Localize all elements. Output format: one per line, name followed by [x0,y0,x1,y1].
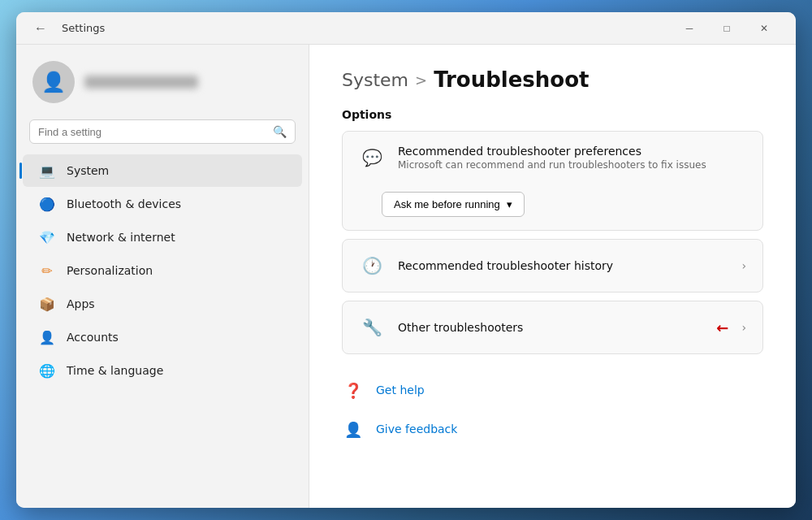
history-icon: 🕐 [359,253,385,279]
sidebar-item-time[interactable]: 🌐 Time & language [23,354,302,387]
maximize-button[interactable]: □ [708,15,745,41]
chevron-right-icon: › [741,321,746,334]
card-row-recommended-history[interactable]: 🕐 Recommended troubleshooter history › [343,240,762,292]
main-content: 👤 🔍 💻 System 🔵 Bluetooth & devices [16,45,796,508]
card-row-recommended-prefs[interactable]: 💬 Recommended troubleshooter preferences… [343,132,762,184]
card-subtitle: Microsoft can recommend and run troubles… [398,159,746,171]
breadcrumb: System > Troubleshoot [342,67,763,92]
section-title: Options [342,108,763,121]
avatar: 👤 [32,61,75,103]
time-icon: 🌐 [39,362,55,379]
sidebar-item-accounts[interactable]: 👤 Accounts [23,321,302,353]
sidebar: 👤 🔍 💻 System 🔵 Bluetooth & devices [16,45,309,508]
card-other-troubleshooters: 🔧 Other troubleshooters ← › [342,301,763,354]
sidebar-item-label: Accounts [67,331,119,344]
sidebar-item-label: Apps [67,297,95,310]
apps-icon: 📦 [39,296,55,312]
card-title: Other troubleshooters [398,321,703,334]
window-controls: ─ □ ✕ [671,15,783,41]
sidebar-item-label: Time & language [67,364,163,377]
settings-window: ← Settings ─ □ ✕ 👤 🔍 [16,12,796,508]
close-button[interactable]: ✕ [745,15,783,41]
give-feedback-label: Give feedback [376,422,457,436]
get-help-link[interactable]: ❓ Get help [342,370,763,410]
sidebar-nav: 💻 System 🔵 Bluetooth & devices 💎 Network… [16,154,309,388]
sidebar-item-label: Bluetooth & devices [67,197,181,210]
user-name [84,76,198,89]
sidebar-item-bluetooth[interactable]: 🔵 Bluetooth & devices [23,188,302,220]
personalization-icon: ✏️ [39,262,55,279]
chat-icon: 💬 [359,145,385,171]
bottom-links: ❓ Get help 👤 Give feedback [342,370,763,448]
sidebar-item-network[interactable]: 💎 Network & internet [23,221,302,254]
avatar-icon: 👤 [41,71,66,93]
troubleshooter-dropdown[interactable]: Ask me before running ▾ [382,192,525,217]
minimize-button[interactable]: ─ [671,15,708,41]
search-input[interactable] [38,126,266,138]
system-icon: 💻 [39,162,55,179]
bluetooth-icon: 🔵 [39,196,55,212]
card-title: Recommended troubleshooter preferences [398,145,746,158]
card-text-recommended-history: Recommended troubleshooter history [398,259,728,272]
sidebar-item-label: System [67,164,109,177]
dropdown-label: Ask me before running [394,198,500,210]
breadcrumb-parent: System [342,70,408,90]
accounts-icon: 👤 [39,329,55,345]
card-text-other-troubleshooters: Other troubleshooters [398,321,703,334]
chevron-down-icon: ▾ [507,198,512,210]
give-feedback-link[interactable]: 👤 Give feedback [342,410,763,448]
card-row-other-troubleshooters[interactable]: 🔧 Other troubleshooters ← › [343,301,762,353]
card-text-recommended-prefs: Recommended troubleshooter preferences M… [398,145,746,171]
user-section: 👤 [16,45,309,116]
sidebar-item-system[interactable]: 💻 System [23,154,302,187]
feedback-icon: 👤 [342,418,365,440]
help-icon: ❓ [342,379,365,401]
card-title: Recommended troubleshooter history [398,259,728,272]
card-recommended-history: 🕐 Recommended troubleshooter history › [342,239,763,292]
network-icon: 💎 [39,229,55,245]
search-icon: 🔍 [273,125,287,138]
wrench-icon: 🔧 [359,314,385,340]
sidebar-item-label: Network & internet [67,231,175,244]
breadcrumb-current: Troubleshoot [434,67,589,92]
titlebar: ← Settings ─ □ ✕ [16,12,796,45]
back-button[interactable]: ← [29,18,52,39]
card-recommended-prefs: 💬 Recommended troubleshooter preferences… [342,131,763,231]
get-help-label: Get help [376,384,425,396]
breadcrumb-separator: > [415,72,427,89]
sidebar-item-label: Personalization [67,264,153,277]
sidebar-item-personalization[interactable]: ✏️ Personalization [23,254,302,287]
main-panel: System > Troubleshoot Options 💬 Recommen… [309,45,796,508]
chevron-right-icon: › [741,259,746,272]
sidebar-item-apps[interactable]: 📦 Apps [23,288,302,320]
red-arrow-indicator: ← [716,319,728,336]
window-title: Settings [62,22,671,34]
search-box[interactable]: 🔍 [29,119,296,144]
arrow-indicator: ← [716,319,728,336]
